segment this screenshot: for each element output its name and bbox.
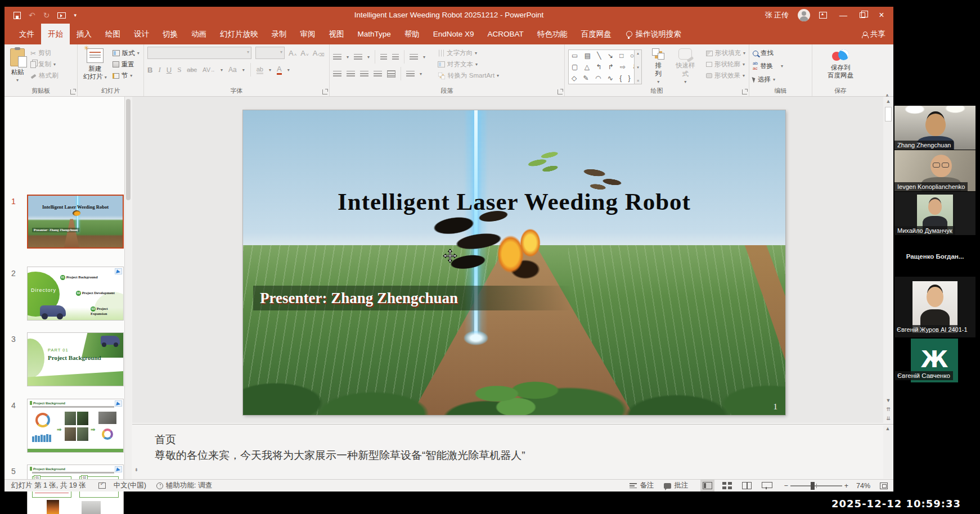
- zoom-level[interactable]: 74%: [856, 482, 878, 490]
- language-indicator[interactable]: 中文(中国): [114, 481, 146, 490]
- notes-resize-icon[interactable]: ⇟: [134, 467, 140, 474]
- shapes-gallery-scrollbar[interactable]: ▴▾≡: [635, 49, 642, 84]
- view-sorter-button[interactable]: [722, 482, 732, 489]
- ribbon-display-options-icon[interactable]: [819, 12, 827, 19]
- slide-vertical-scrollbar[interactable]: ▲ ▼ ⇈ ⇊: [883, 97, 893, 423]
- view-reading-button[interactable]: [742, 482, 752, 489]
- shapes-gallery[interactable]: ▭ ▤ ╲ ↘ □ ○ ▢ △ ↰ ↱ ⇨ ⇩ ◇ ✎ ◠ ∿ { }: [568, 49, 635, 84]
- scroll-up-icon[interactable]: ▲: [886, 97, 891, 106]
- paragraph-dialog-launcher-icon[interactable]: [558, 89, 563, 94]
- text-direction-button[interactable]: 文字方向▾: [438, 49, 499, 57]
- fit-to-window-button[interactable]: [880, 483, 888, 489]
- bold-button[interactable]: B: [147, 66, 152, 74]
- shadow-button[interactable]: S: [177, 65, 181, 74]
- share-button[interactable]: 共享: [862, 24, 885, 44]
- drawing-dialog-launcher-icon[interactable]: [742, 89, 747, 94]
- account-name[interactable]: 张 正传: [765, 10, 789, 20]
- tab-help[interactable]: 帮助: [398, 24, 426, 44]
- tell-me-search[interactable]: 操作说明搜索: [626, 24, 681, 44]
- tab-animations[interactable]: 动画: [185, 24, 213, 44]
- arrange-button[interactable]: 排列 ▾: [650, 47, 667, 86]
- customize-qat-icon[interactable]: ▾: [74, 13, 77, 18]
- underline-button[interactable]: U: [167, 66, 172, 74]
- distribute-icon[interactable]: [387, 70, 395, 78]
- tab-special-features[interactable]: 特色功能: [531, 24, 574, 44]
- save-icon[interactable]: [14, 12, 21, 19]
- avatar[interactable]: [798, 9, 810, 21]
- zoom-slider[interactable]: [790, 485, 842, 486]
- spellcheck-icon[interactable]: [98, 483, 106, 489]
- char-spacing-button[interactable]: AV↔: [203, 66, 215, 73]
- smartart-button[interactable]: 转换为 SmartArt▾: [438, 71, 499, 80]
- zoom-slider-thumb[interactable]: [811, 482, 815, 490]
- tab-baidu-netdisk[interactable]: 百度网盘: [574, 24, 618, 44]
- font-name-combo[interactable]: [147, 47, 251, 59]
- new-slide-button[interactable]: 新建 幻灯片 ▾: [81, 47, 109, 86]
- thumbnail-scrollbar[interactable]: [125, 97, 132, 479]
- minimize-button[interactable]: —: [836, 11, 851, 20]
- restore-button[interactable]: [860, 12, 865, 18]
- participant-tile-mykhailo[interactable]: Михайло Думанчук: [894, 192, 975, 235]
- decrease-indent-icon[interactable]: [380, 54, 387, 60]
- tab-slideshow[interactable]: 幻灯片放映: [213, 24, 265, 44]
- layout-button[interactable]: 版式▾: [113, 49, 140, 57]
- zoom-out-button[interactable]: −: [784, 482, 788, 490]
- align-center-icon[interactable]: [347, 71, 355, 77]
- font-dialog-launcher-icon[interactable]: [322, 89, 327, 94]
- align-right-icon[interactable]: [360, 71, 368, 77]
- start-slideshow-icon[interactable]: [57, 12, 66, 19]
- strikethrough-button[interactable]: abc: [187, 66, 197, 73]
- numbering-icon[interactable]: [354, 54, 362, 60]
- thumbnail-slide-3[interactable]: PART 01 Project Background: [27, 332, 124, 386]
- select-button[interactable]: 选择▾: [753, 75, 783, 84]
- change-case-button[interactable]: Aa: [228, 66, 237, 74]
- comments-toggle[interactable]: 批注: [664, 481, 688, 490]
- clipboard-dialog-launcher-icon[interactable]: [70, 89, 75, 94]
- participant-name-only[interactable]: Ращенко Богдан...: [894, 253, 975, 260]
- view-normal-button[interactable]: [703, 482, 712, 489]
- justify-icon[interactable]: [374, 71, 382, 77]
- notes-toggle[interactable]: 备注: [630, 481, 654, 490]
- accessibility-status[interactable]: 辅助功能: 调查: [156, 481, 212, 490]
- align-text-button[interactable]: 对齐文本▾: [438, 60, 499, 69]
- participant-tile-ievgen[interactable]: Ievgen Konoplianchenko: [894, 150, 975, 191]
- shrink-font-button[interactable]: A˅: [300, 49, 308, 57]
- replace-button[interactable]: abac替换▾: [753, 61, 783, 71]
- columns-icon[interactable]: [406, 71, 415, 77]
- tab-design[interactable]: 设计: [127, 24, 156, 44]
- font-color-button[interactable]: A: [277, 65, 282, 75]
- close-button[interactable]: ×: [874, 10, 889, 20]
- tab-record[interactable]: 录制: [265, 24, 294, 44]
- save-to-baidu-button[interactable]: 保存到百度网盘: [825, 47, 856, 86]
- highlight-button[interactable]: ab: [257, 66, 263, 74]
- thumbnail-slide-2[interactable]: Directory 01 Project Background 02 Proje…: [27, 267, 124, 321]
- slide-title-text[interactable]: Intelligent Laser Weeding Robot: [243, 188, 785, 215]
- grow-font-button[interactable]: A˄: [289, 49, 296, 57]
- redo-icon[interactable]: ↻: [43, 11, 50, 19]
- previous-slide-icon[interactable]: ⇈: [886, 405, 891, 414]
- font-size-combo[interactable]: [255, 47, 285, 59]
- tab-insert[interactable]: 插入: [70, 24, 98, 44]
- bullets-icon[interactable]: [333, 54, 341, 60]
- format-painter-button[interactable]: 格式刷: [30, 71, 59, 80]
- tab-draw[interactable]: 绘图: [98, 24, 127, 44]
- participant-tile-zhang[interactable]: Zhang Zhengchuan: [894, 106, 975, 150]
- paste-button[interactable]: 粘贴 ▾: [8, 47, 27, 86]
- tab-file[interactable]: 文件: [12, 24, 41, 44]
- tab-endnote[interactable]: EndNote X9: [426, 24, 481, 44]
- thumbnail-slide-4[interactable]: Project Background ⇒ ⇒: [27, 399, 124, 453]
- reset-button[interactable]: 重置: [113, 60, 140, 69]
- align-left-icon[interactable]: [333, 71, 341, 77]
- scroll-down-icon[interactable]: ▼: [886, 396, 891, 405]
- copy-button[interactable]: 复制▾: [30, 60, 59, 69]
- shape-outline-button[interactable]: 形状轮廓▾: [706, 60, 745, 69]
- section-button[interactable]: 节▾: [113, 71, 140, 80]
- undo-icon[interactable]: ↶: [29, 11, 35, 19]
- increase-indent-icon[interactable]: [392, 54, 399, 60]
- shape-effects-button[interactable]: 形状效果▾: [706, 71, 745, 80]
- notes-pane[interactable]: 首页 尊敬的各位来宾，今天我将为大家展示一种新型除草设备“智能激光除草机器人” …: [132, 424, 893, 479]
- presenter-band[interactable]: Presenter: Zhang Zhengchuan: [253, 286, 572, 310]
- quick-styles-button[interactable]: 快速样式 ▾: [671, 47, 700, 86]
- cut-button[interactable]: ✂剪切: [30, 49, 59, 57]
- tab-view[interactable]: 视图: [322, 24, 351, 44]
